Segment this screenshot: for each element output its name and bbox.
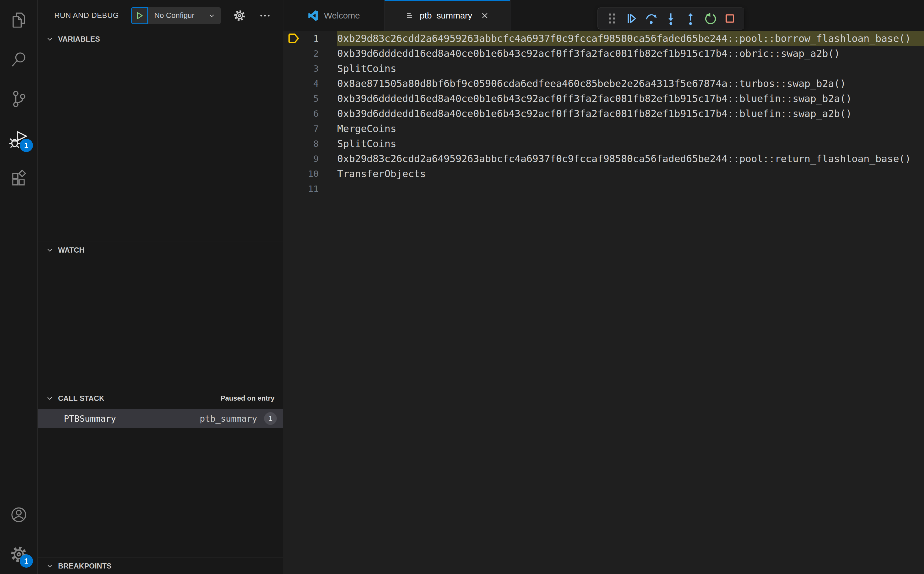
chevron-down-icon: [46, 35, 54, 43]
debug-current-line-icon: [286, 32, 301, 46]
breakpoint-gutter[interactable]: [283, 91, 304, 106]
code-line: 11: [283, 181, 924, 196]
code-text[interactable]: 0xb29d83c26cdd2a64959263abbcfc4a6937f0c9…: [337, 31, 924, 46]
breakpoint-gutter[interactable]: [283, 166, 304, 181]
breakpoint-gutter[interactable]: [283, 31, 304, 46]
code-line: 5 0xb39d6dddedd16ed8a40ce0b1e6b43c92acf0…: [283, 91, 924, 106]
debug-step-over-button[interactable]: [644, 11, 658, 26]
debug-step-into-button[interactable]: [664, 11, 678, 26]
code-line: 4 0x8ae871505a80d8bf6bf9c05906cda6edfeea…: [283, 76, 924, 91]
gear-icon: [233, 9, 246, 22]
debug-settings-gear-button[interactable]: [233, 9, 246, 22]
breakpoint-gutter[interactable]: [283, 151, 304, 166]
line-number: 3: [304, 61, 319, 76]
sidebar-header: RUN AND DEBUG No Configur: [38, 0, 283, 31]
activity-bar: 1 1: [0, 0, 38, 574]
activity-run-and-debug[interactable]: 1: [0, 119, 38, 158]
call-stack-frame-row[interactable]: PTBSummary ptb_summary 1: [38, 409, 283, 428]
code-line: 8 SplitCoins: [283, 136, 924, 151]
start-debugging-button[interactable]: [131, 7, 148, 24]
variables-section-label: VARIABLES: [58, 35, 100, 43]
tab-welcome[interactable]: Welcome: [283, 0, 384, 31]
code-line: 3 SplitCoins: [283, 61, 924, 76]
step-out-icon: [683, 11, 698, 26]
debug-configuration-dropdown[interactable]: No Configur: [148, 7, 221, 24]
code-line: 9 0xb29d83c26cdd2a64959263abbcfc4a6937f0…: [283, 151, 924, 166]
debug-toolbar: [598, 8, 744, 30]
run-and-debug-sidebar: RUN AND DEBUG No Configur: [38, 0, 283, 574]
extensions-icon: [9, 169, 28, 188]
tab-close-button[interactable]: [479, 10, 491, 21]
chevron-down-icon: [46, 246, 54, 254]
views-more-actions-button[interactable]: [258, 9, 272, 22]
play-icon: [135, 11, 145, 20]
stack-frame-badge: 1: [264, 412, 277, 425]
activity-bar-spacer: [0, 198, 37, 495]
step-into-icon: [664, 11, 678, 26]
list-file-icon: [404, 10, 415, 21]
breakpoints-section-header[interactable]: BREAKPOINTS: [38, 558, 283, 574]
breakpoint-gutter[interactable]: [283, 181, 304, 196]
line-number: 6: [304, 106, 319, 121]
search-icon: [9, 50, 28, 69]
variables-section-header[interactable]: VARIABLES: [38, 31, 283, 47]
stack-frame-meta: ptb_summary 1: [200, 412, 277, 425]
code-text[interactable]: 0xb39d6dddedd16ed8a40ce0b1e6b43c92acf0ff…: [337, 46, 924, 61]
stack-frame-source: ptb_summary: [200, 413, 257, 424]
code-text[interactable]: 0x8ae871505a80d8bf6bf9c05906cda6edfeea46…: [337, 76, 924, 91]
code-text[interactable]: [337, 181, 924, 196]
settings-badge: 1: [20, 554, 33, 568]
code-text[interactable]: SplitCoins: [337, 61, 924, 76]
code-line: 6 0xb39d6dddedd16ed8a40ce0b1e6b43c92acf0…: [283, 106, 924, 121]
code-editor[interactable]: 1 0xb29d83c26cdd2a64959263abbcfc4a6937f0…: [283, 31, 924, 574]
breakpoints-section-label: BREAKPOINTS: [58, 562, 112, 570]
watch-section-header[interactable]: WATCH: [38, 242, 283, 258]
watch-body: [38, 258, 283, 390]
breakpoint-gutter[interactable]: [283, 76, 304, 91]
breakpoint-gutter[interactable]: [283, 136, 304, 151]
debug-restart-button[interactable]: [703, 11, 718, 26]
code-text[interactable]: TransferObjects: [337, 166, 924, 181]
ellipsis-icon: [258, 9, 271, 22]
call-stack-body: [38, 428, 283, 558]
call-stack-section-header[interactable]: CALL STACK Paused on entry: [38, 390, 283, 406]
step-over-icon: [644, 11, 658, 26]
sidebar-title: RUN AND DEBUG: [54, 11, 119, 20]
activity-extensions[interactable]: [0, 158, 38, 198]
code-text[interactable]: SplitCoins: [337, 136, 924, 151]
call-stack-section: CALL STACK Paused on entry PTBSummary pt…: [38, 390, 283, 558]
code-text[interactable]: 0xb29d83c26cdd2a64959263abbcfc4a6937f0c9…: [337, 151, 924, 166]
line-number: 7: [304, 121, 319, 136]
vscode-window: 1 1: [0, 0, 924, 574]
activity-explorer[interactable]: [0, 0, 38, 39]
tab-ptb-summary[interactable]: ptb_summary: [384, 0, 510, 31]
activity-search[interactable]: [0, 39, 38, 79]
code-text[interactable]: MergeCoins: [337, 121, 924, 136]
close-icon: [481, 11, 489, 20]
activity-settings[interactable]: 1: [0, 535, 38, 574]
code-line: 2 0xb39d6dddedd16ed8a40ce0b1e6b43c92acf0…: [283, 46, 924, 61]
breakpoint-gutter[interactable]: [283, 61, 304, 76]
call-stack-section-label: CALL STACK: [58, 394, 104, 403]
code-text[interactable]: 0xb39d6dddedd16ed8a40ce0b1e6b43c92acf0ff…: [337, 91, 924, 106]
line-number: 9: [304, 151, 319, 166]
debug-step-out-button[interactable]: [683, 11, 698, 26]
tab-welcome-label: Welcome: [324, 11, 360, 20]
call-stack-status: Paused on entry: [220, 394, 283, 402]
code-text[interactable]: 0xb39d6dddedd16ed8a40ce0b1e6b43c92acf0ff…: [337, 106, 924, 121]
debug-continue-button[interactable]: [624, 11, 639, 26]
chevron-down-icon: [46, 394, 54, 402]
watch-section-label: WATCH: [58, 246, 84, 254]
line-number: 11: [304, 181, 319, 196]
breakpoint-gutter[interactable]: [283, 46, 304, 61]
debug-configuration-label: No Configur: [154, 11, 194, 20]
activity-accounts[interactable]: [0, 495, 38, 535]
debug-stop-button[interactable]: [723, 11, 737, 26]
breakpoint-gutter[interactable]: [283, 121, 304, 136]
code-line: 7 MergeCoins: [283, 121, 924, 136]
breakpoint-gutter[interactable]: [283, 106, 304, 121]
chevron-down-icon: [208, 12, 216, 19]
debug-toolbar-drag-handle[interactable]: [605, 11, 619, 26]
code-line: 10 TransferObjects: [283, 166, 924, 181]
activity-source-control[interactable]: [0, 79, 38, 119]
